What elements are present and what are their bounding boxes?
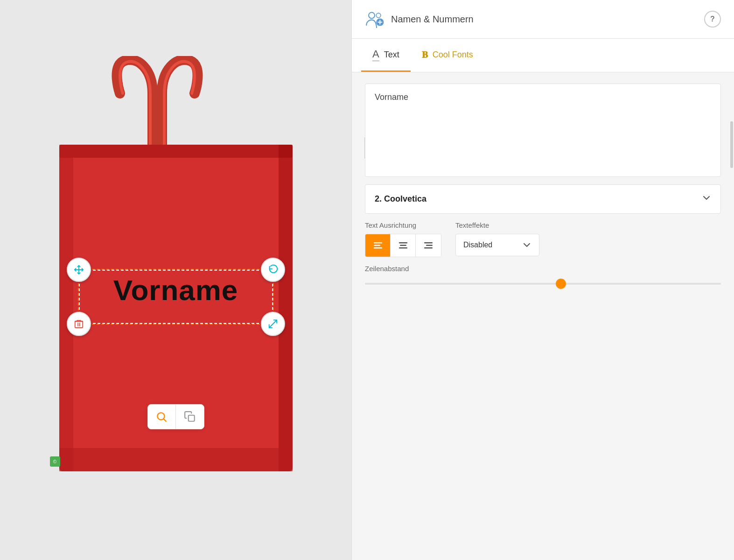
align-center-button[interactable] (391, 234, 416, 257)
slider-track[interactable] (365, 283, 721, 285)
svg-rect-1 (59, 145, 293, 158)
search-button[interactable] (148, 405, 176, 429)
svg-rect-16 (399, 247, 407, 249)
text-input-box[interactable]: Vorname (365, 84, 721, 177)
move-handle[interactable] (67, 258, 91, 282)
tab-cool-fonts-label: Cool Fonts (433, 50, 473, 60)
svg-rect-18 (426, 245, 433, 246)
svg-rect-3 (279, 145, 293, 471)
svg-rect-4 (59, 448, 293, 471)
alignment-group: Text Ausrichtung (365, 221, 441, 257)
options-row: Text Ausrichtung (365, 221, 721, 257)
scrollbar-thumb[interactable] (730, 121, 733, 168)
bag-container: Vorname (31, 56, 321, 504)
svg-point-8 (369, 12, 375, 18)
right-panel: Namen & Nummern ? A Text 𝐁 Cool Fonts Vo… (351, 0, 734, 560)
svg-rect-13 (374, 247, 382, 249)
font-selected: 2. Coolvetica (375, 194, 426, 204)
font-chevron-icon (702, 193, 711, 205)
panel-header-title: Namen & Nummern (391, 14, 474, 25)
align-left-button[interactable] (365, 234, 391, 257)
cool-fonts-tab-icon: 𝐁 (422, 49, 428, 60)
spacing-section: Zeilenabstand (365, 265, 721, 290)
watermark: © (50, 456, 60, 467)
text-input-value: Vorname (375, 92, 408, 102)
tabs-row: A Text 𝐁 Cool Fonts (352, 39, 734, 72)
scale-handle[interactable] (261, 312, 285, 336)
svg-rect-19 (424, 247, 433, 249)
panel-header-left: Namen & Nummern (365, 10, 474, 28)
align-buttons (365, 234, 441, 257)
copy-button[interactable] (176, 405, 204, 429)
rotate-handle[interactable] (261, 258, 285, 282)
effects-selected: Disabled (463, 241, 492, 249)
svg-rect-5 (75, 322, 83, 328)
panel-header: Namen & Nummern ? (352, 0, 734, 39)
effects-dropdown[interactable]: Disabled (455, 234, 539, 256)
effects-label: Texteffekte (455, 221, 539, 229)
tab-text-label: Text (384, 50, 399, 60)
delete-handle[interactable] (67, 312, 91, 336)
users-icon (365, 10, 384, 28)
slider-thumb[interactable] (556, 279, 566, 289)
bag-toolbar (147, 404, 204, 429)
svg-rect-14 (399, 242, 407, 244)
tab-cool-fonts[interactable]: 𝐁 Cool Fonts (411, 39, 484, 72)
slider-container (365, 277, 721, 290)
text-tab-icon: A (372, 48, 379, 61)
effects-group: Texteffekte Disabled (455, 221, 539, 256)
svg-rect-15 (400, 245, 406, 246)
svg-rect-11 (374, 242, 382, 244)
tab-text[interactable]: A Text (361, 39, 411, 72)
scrollbar (730, 117, 733, 303)
help-button[interactable]: ? (704, 11, 721, 28)
svg-point-9 (376, 13, 381, 18)
panel-content: Vorname 2. Coolvetica Text Ausrichtung (352, 72, 734, 301)
svg-rect-17 (424, 242, 433, 244)
spacing-label: Zeilenabstand (365, 265, 721, 273)
font-dropdown[interactable]: 2. Coolvetica (365, 184, 721, 214)
canvas-area: Vorname (0, 0, 351, 560)
align-right-button[interactable] (416, 234, 441, 257)
effects-chevron-icon (522, 240, 531, 250)
svg-rect-7 (188, 415, 194, 421)
selection-box (78, 269, 274, 325)
alignment-label: Text Ausrichtung (365, 221, 441, 229)
svg-rect-12 (374, 245, 380, 246)
svg-rect-2 (59, 145, 73, 471)
